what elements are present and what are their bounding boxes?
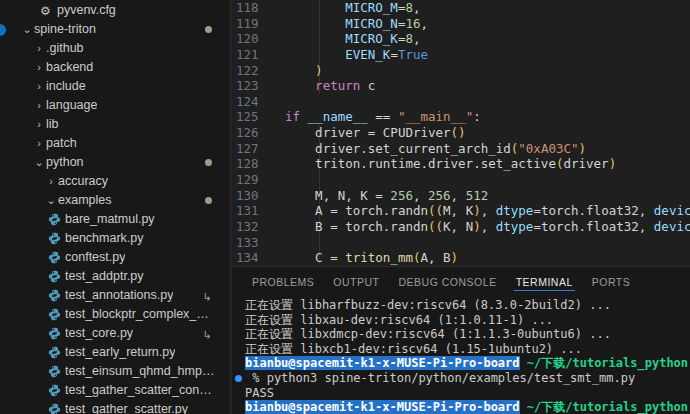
tree-item-lib[interactable]: ›lib — [0, 115, 230, 134]
code-text: B = torch.randn((K, N), dtype=torch.floa… — [285, 219, 690, 235]
code-token: triton_mm — [345, 250, 413, 265]
tree-item-label: accuracy — [58, 172, 108, 191]
code-editor[interactable]: 118 MICRO_M=8,119 MICRO_N=16,120 MICRO_K… — [232, 0, 690, 265]
line-number: 120 — [232, 31, 258, 47]
tree-item-python[interactable]: ⌄python — [0, 153, 230, 172]
panel-tab-problems[interactable]: PROBLEMS — [250, 270, 316, 294]
chevron-down-icon: ⌄ — [44, 191, 58, 210]
code-token: MICRO_M — [345, 0, 398, 15]
tree-item-test-annotations-py[interactable]: test_annotations.py↳ — [0, 286, 230, 305]
tree-item-language[interactable]: ›language — [0, 96, 230, 115]
tree-item-accuracy[interactable]: ›accuracy — [0, 172, 230, 191]
tree-item-spine-triton[interactable]: ⌄spine-triton — [0, 20, 230, 39]
line-number: 129 — [232, 172, 258, 188]
tree-item-label: spine-triton — [34, 20, 96, 39]
terminal-line: bianbu@spacemit-k1-x-MUSE-Pi-Pro-board ~… — [245, 356, 690, 371]
code-line: 118 MICRO_M=8, — [232, 0, 690, 16]
code-token: 8 — [405, 0, 413, 15]
code-token: dtype — [496, 203, 534, 218]
code-token: ) — [473, 203, 481, 218]
tree-item-pyvenv-cfg[interactable]: ⚙pyvenv.cfg — [0, 1, 230, 20]
panel-tab-output[interactable]: OUTPUT — [331, 270, 381, 294]
code-token: if — [285, 109, 300, 124]
code-token: , — [451, 188, 466, 203]
tree-item-bare-matmul-py[interactable]: bare_matmul.py — [0, 210, 230, 229]
tree-item-test-gather-scatter-py[interactable]: test_gather_scatter.py — [0, 400, 230, 414]
code-text: ) — [285, 63, 323, 79]
code-token: 512 — [466, 188, 489, 203]
tree-item-test-blockptr-complex-offset-py[interactable]: test_blockptr_complex_offset.py — [0, 305, 230, 324]
tree-item-label: examples — [58, 191, 112, 210]
code-line: 132 B = torch.randn((K, N), dtype=torch.… — [232, 219, 690, 235]
tree-item-conftest-py[interactable]: conftest.py — [0, 248, 230, 267]
panel-tab-ports[interactable]: PORTS — [590, 270, 632, 294]
code-token: ) — [579, 141, 587, 156]
tree-item-test-core-py[interactable]: test_core.py↳ — [0, 324, 230, 343]
terminal-text: 正在设置 libxau-dev:riscv64 (1:1.0.11-1) ... — [245, 313, 553, 327]
tree-item-label: benchmark.py — [65, 229, 144, 248]
command-decoration-icon[interactable] — [235, 375, 242, 382]
code-token: ) — [451, 250, 459, 265]
code-token: triton.runtime.driver.set_active — [285, 156, 556, 171]
chevron-right-icon: › — [44, 172, 58, 191]
tree-item--github[interactable]: ›.github — [0, 39, 230, 58]
terminal-line: % python3 spine-triton/python/examples/t… — [245, 371, 690, 386]
terminal-line: 正在设置 libxau-dev:riscv64 (1:1.0.11-1) ... — [245, 313, 690, 328]
line-number: 126 — [232, 125, 258, 141]
tree-item-test-addptr-py[interactable]: test_addptr.py — [0, 267, 230, 286]
tree-item-include[interactable]: ›include — [0, 77, 230, 96]
chevron-right-icon: › — [32, 134, 46, 153]
python-icon — [48, 327, 65, 340]
code-line: 125if __name__ == "__main__": — [232, 109, 690, 125]
code-token — [285, 31, 345, 46]
python-icon — [48, 403, 65, 414]
code-token: MICRO_N — [345, 16, 398, 31]
code-token: , — [481, 219, 496, 234]
code-token: 8 — [405, 31, 413, 46]
python-icon — [48, 232, 65, 245]
tree-item-backend[interactable]: ›backend — [0, 58, 230, 77]
code-text: return c — [285, 78, 375, 94]
terminal-text — [520, 356, 527, 370]
code-token: MICRO_K — [345, 31, 398, 46]
code-line: 122 ) — [232, 63, 690, 79]
chevron-right-icon: › — [32, 77, 46, 96]
tree-item-patch[interactable]: ›patch — [0, 134, 230, 153]
terminal-output[interactable]: 正在设置 libharfbuzz-dev:riscv64 (8.3.0-2bui… — [245, 296, 690, 414]
tree-item-label: lib — [46, 115, 59, 134]
code-token: M, K — [443, 203, 473, 218]
code-text: C = triton_mm(A, B) — [285, 250, 458, 265]
code-token: "__main__" — [398, 109, 473, 124]
code-token: 16 — [405, 16, 420, 31]
code-text: MICRO_N=16, — [285, 16, 428, 32]
panel-tab-terminal[interactable]: TERMINAL — [514, 270, 575, 294]
tree-item-benchmark-py[interactable]: benchmark.py — [0, 229, 230, 248]
terminal-text — [520, 400, 527, 414]
code-token: A, B — [420, 250, 450, 265]
line-number: 131 — [232, 203, 258, 219]
code-token: , — [413, 188, 428, 203]
tree-item-test-gather-scatter-continuous-[interactable]: test_gather_scatter_continuous... — [0, 381, 230, 400]
python-icon — [48, 365, 65, 378]
terminal-text: PASS — [245, 386, 274, 400]
vscode-window: ⚙pyvenv.cfg⌄spine-triton›.github›backend… — [0, 0, 690, 414]
explorer-sidebar[interactable]: ⚙pyvenv.cfg⌄spine-triton›.github›backend… — [0, 0, 231, 414]
tree-item-examples[interactable]: ⌄examples — [0, 191, 230, 210]
code-line: 123 return c — [232, 78, 690, 94]
tree-item-test-einsum-qhmd-hmpd-to-q-[interactable]: test_einsum_qhmd_hmpd_to_q... — [0, 362, 230, 381]
code-text: MICRO_M=8, — [285, 0, 421, 16]
code-line: 121 EVEN_K=True — [232, 47, 690, 63]
code-token: B = torch.randn — [285, 219, 428, 234]
line-number: 124 — [232, 94, 258, 110]
code-token: driver = CPUDriver — [285, 125, 451, 140]
bottom-panel: PROBLEMSOUTPUTDEBUG CONSOLETERMINALPORTS… — [232, 266, 690, 414]
modified-dot-badge — [205, 159, 212, 166]
code-token: K, N — [443, 219, 473, 234]
python-icon — [48, 270, 65, 283]
code-token: ) — [609, 156, 617, 171]
chevron-right-icon: › — [32, 39, 46, 58]
panel-tab-debug-console[interactable]: DEBUG CONSOLE — [397, 270, 499, 294]
code-token — [285, 78, 315, 93]
code-token: device — [654, 203, 690, 218]
tree-item-test-early-return-py[interactable]: test_early_return.py — [0, 343, 230, 362]
